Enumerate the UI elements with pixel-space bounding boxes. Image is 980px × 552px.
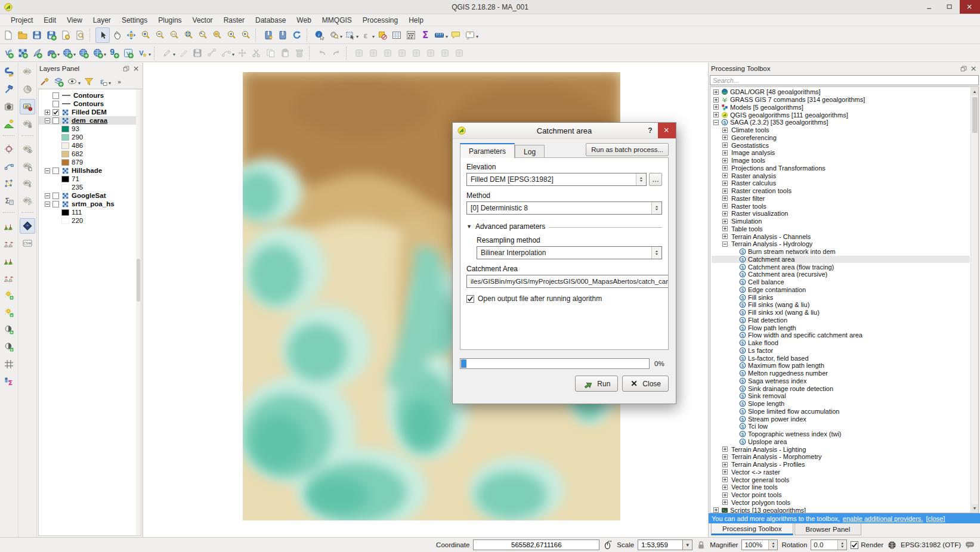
expander-icon[interactable] [722, 219, 728, 224]
expander-icon[interactable] [45, 118, 50, 123]
raise-brightness-icon[interactable] [1, 287, 17, 303]
toolbox-tree-item[interactable]: Table tools [712, 225, 970, 233]
expander-icon[interactable] [722, 165, 728, 170]
coordinate-capture-icon[interactable] [1, 141, 17, 157]
paste-features-icon[interactable] [278, 45, 292, 61]
legend-item[interactable]: 220 [39, 216, 141, 225]
toolbox-tree-item[interactable]: GRASS GIS 7 commands [314 geoalgorithms] [712, 96, 970, 104]
statistics-icon[interactable]: Σ [418, 27, 432, 43]
topology-checker-icon[interactable] [1, 159, 17, 174]
zoom-out-icon[interactable] [153, 27, 167, 43]
layer-item[interactable]: dem_caraa [39, 116, 141, 125]
toolbox-tree-item[interactable]: SSink removal [712, 392, 970, 400]
expander-icon[interactable] [713, 89, 719, 95]
tile-scale-icon[interactable] [20, 218, 35, 234]
menu-help[interactable]: Help [404, 15, 428, 26]
enable-providers-link[interactable]: enable additional providers. [843, 515, 923, 522]
pin-labels-icon[interactable]: ab [20, 99, 35, 114]
dem-tools-icon[interactable] [1, 116, 17, 132]
current-edits-icon[interactable] [160, 45, 174, 61]
magnifier-spinbox[interactable]: 100% ▲▼ [741, 539, 778, 550]
map-tips-icon[interactable] [449, 27, 463, 43]
expander-icon[interactable] [722, 196, 728, 201]
layer-checkbox[interactable] [52, 201, 59, 207]
change-label-icon[interactable]: abc [20, 193, 35, 209]
tab-processing-toolbox[interactable]: Processing Toolbox [711, 523, 793, 535]
toolbox-tree-item[interactable]: SFill sinks xxl (wang & liu) [712, 309, 970, 317]
georeferencer-icon[interactable] [1, 99, 17, 114]
expander-icon[interactable] [713, 104, 719, 110]
toolbox-tree-item[interactable]: Terrain Analysis - Morphometry [712, 453, 970, 461]
python-console-icon[interactable] [1, 64, 17, 80]
toolbox-tree-item[interactable]: Vector <-> raster [712, 469, 970, 476]
delete-selected-icon[interactable] [292, 45, 307, 61]
close-button[interactable]: Close [622, 376, 669, 392]
label-icon[interactable]: abc [20, 64, 35, 80]
toolbox-tree-item[interactable]: Terrain Analysis - Channels [712, 232, 970, 240]
expander-icon[interactable] [45, 193, 50, 199]
toolbox-tree-item[interactable]: SSlope limited flow accumulation [712, 408, 970, 415]
menu-raster[interactable]: Raster [219, 15, 249, 26]
layer-checkbox[interactable] [52, 109, 59, 116]
annotation-icon[interactable]: * [463, 27, 477, 43]
reshape-features-icon[interactable] [409, 45, 423, 61]
expander-icon[interactable] [722, 150, 728, 156]
add-virtual-layer-icon[interactable]: V [121, 45, 135, 61]
add-raster-layer-icon[interactable] [16, 45, 30, 61]
legend-item[interactable]: 486 [39, 141, 141, 150]
dialog-help-button[interactable]: ? [642, 123, 658, 138]
resampling-combobox[interactable]: Bilinear Interpolation [477, 246, 662, 259]
csw-search-icon[interactable]: CSW [20, 235, 35, 251]
toolbox-tree-item[interactable]: SLs factor [712, 347, 970, 355]
legend-item[interactable]: 879 [39, 158, 141, 166]
elevation-combobox[interactable]: Filled DEM [EPSG:31982] [466, 173, 647, 186]
scale-dropdown-icon[interactable]: ▼ [683, 539, 693, 550]
expander-icon[interactable] [722, 454, 728, 460]
pan-map-icon[interactable] [110, 27, 124, 43]
toolbox-tree-item[interactable]: SMaximum flow path length [712, 362, 970, 370]
toolbox-tree-item[interactable]: SSlope length [712, 400, 970, 408]
zonal-statistics-icon[interactable]: Σ [1, 193, 17, 209]
tab-parameters[interactable]: Parameters [460, 143, 515, 158]
add-postgis-icon[interactable] [44, 45, 58, 61]
expander-icon[interactable] [713, 120, 719, 125]
toolbox-tree-item[interactable]: SLs-factor, field based [712, 354, 970, 362]
legend-item[interactable]: 290 [39, 133, 141, 141]
expander-icon[interactable] [722, 211, 728, 216]
expander-icon[interactable] [722, 181, 728, 186]
expander-icon[interactable] [722, 128, 728, 133]
save-project-as-icon[interactable] [44, 27, 58, 43]
toolbox-tree-item[interactable]: SCatchment area (flow tracing) [712, 263, 970, 271]
toolbox-search-input[interactable] [710, 75, 979, 85]
toolbox-tree-item[interactable]: SSaga wetness index [712, 377, 970, 385]
legend-item[interactable]: 235 [39, 183, 141, 191]
pan-to-selection-icon[interactable] [124, 27, 138, 43]
expander-icon[interactable] [722, 492, 728, 498]
expander-icon[interactable] [722, 462, 728, 467]
show-bookmarks-icon[interactable] [276, 27, 290, 43]
menu-edit[interactable]: Edit [39, 15, 61, 26]
grid-icon[interactable] [1, 356, 17, 372]
local-stretch-arrows-icon[interactable] [1, 270, 17, 286]
move-feature-icon[interactable] [235, 45, 249, 61]
diagram-icon[interactable] [20, 82, 35, 97]
toolbox-tree-item[interactable]: Projections and Transformations [712, 165, 970, 172]
expander-icon[interactable] [45, 201, 50, 207]
toolbox-tree-item[interactable]: Georeferencing [712, 134, 970, 142]
scroll-down-icon[interactable]: ▼ [972, 504, 978, 512]
render-checkbox-row[interactable]: Render [851, 541, 883, 549]
expander-icon[interactable] [722, 226, 728, 231]
legend-item[interactable]: 682 [39, 150, 141, 158]
new-geopackage-icon[interactable] [30, 45, 44, 61]
toolbox-tree-item[interactable]: Geostatistics [712, 141, 970, 149]
add-ring-icon[interactable] [381, 45, 395, 61]
expander-icon[interactable] [713, 97, 719, 103]
toolbox-tree-item[interactable]: Vector polygon tools [712, 499, 970, 507]
checkbox-checked-icon[interactable] [466, 295, 474, 303]
toolbox-tree-item[interactable]: Terrain Analysis - Lighting [712, 445, 970, 453]
undo-icon[interactable] [315, 45, 329, 61]
add-vector-layer-icon[interactable]: V [1, 45, 16, 61]
save-edits-icon[interactable] [190, 45, 205, 61]
expander-icon[interactable] [722, 477, 728, 482]
expander-icon[interactable] [722, 485, 728, 490]
